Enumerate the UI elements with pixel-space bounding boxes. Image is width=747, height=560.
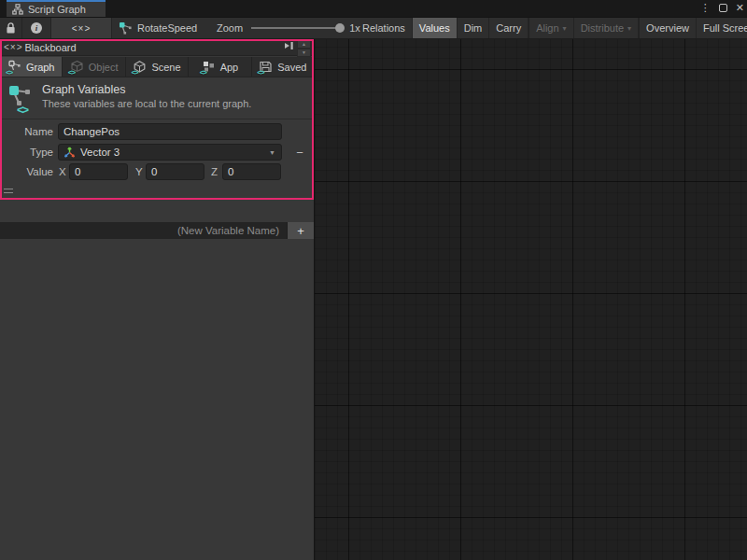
zoom-slider[interactable]	[251, 27, 340, 29]
type-dropdown[interactable]: Vector 3 ▼	[58, 144, 282, 161]
z-value-input[interactable]	[222, 163, 281, 180]
lock-button[interactable]	[0, 18, 22, 38]
maximize-icon[interactable]	[719, 4, 727, 12]
fullscreen-button[interactable]: Full Screen	[697, 18, 747, 38]
blackboard-panel: <×> Blackboard ▲ ▼ <> Graph	[0, 39, 314, 560]
carry-button[interactable]: Carry	[489, 18, 529, 38]
angle-tag-icon: <>	[200, 69, 206, 77]
node-icon	[119, 21, 132, 35]
type-row: Type Vector 3 ▼ −	[0, 144, 314, 161]
graph-breadcrumb[interactable]: RotateSpeed	[119, 18, 197, 38]
blackboard-title: Blackboard	[25, 42, 77, 53]
values-button[interactable]: Values	[413, 18, 458, 38]
kebab-menu-icon[interactable]: ⋮	[700, 0, 711, 15]
z-label: Z	[211, 163, 218, 180]
align-button[interactable]: Align ▾	[529, 18, 573, 38]
type-label: Type	[0, 144, 53, 161]
variables-badge-icon: <×>	[72, 23, 92, 34]
graph-variables-section-header: <> Graph Variables These variables are l…	[0, 78, 314, 119]
name-row: Name	[0, 123, 314, 140]
dropdown-arrow-icon: ▾	[563, 24, 567, 33]
window-controls: ⋮ ✕	[700, 0, 744, 15]
tab-app[interactable]: <> App	[189, 57, 251, 77]
graph-canvas[interactable]	[314, 39, 747, 560]
value-row: Value X Y Z	[0, 163, 314, 180]
breadcrumb-label: RotateSpeed	[137, 22, 197, 34]
scroll-down-icon[interactable]: ▼	[297, 49, 311, 58]
header-scrollers: ▲ ▼	[297, 39, 311, 57]
toolbar-toggles: Relations Values Dim Carry Align ▾ Distr…	[356, 18, 747, 38]
drag-handle-icon[interactable]	[4, 189, 13, 193]
info-icon: i	[31, 22, 42, 34]
relations-button[interactable]: Relations	[356, 18, 413, 38]
blackboard-tabs: <> Graph <> Object <> Scene	[0, 57, 314, 77]
add-variable-button[interactable]: +	[287, 222, 314, 239]
dock-icon[interactable]	[284, 41, 295, 50]
blackboard-header[interactable]: <×> Blackboard ▲ ▼	[0, 39, 314, 56]
window-tab-bar: Script Graph ⋮ ✕	[0, 0, 747, 17]
tab-graph[interactable]: <> Graph	[0, 57, 63, 77]
tab-script-graph[interactable]: Script Graph	[7, 0, 106, 17]
distribute-button[interactable]: Distribute ▾	[574, 18, 639, 38]
angle-tag-icon: <>	[6, 69, 12, 77]
variable-entry: Name Type Vector 3 ▼ − Value X Y Z	[0, 119, 314, 222]
scroll-up-icon[interactable]: ▲	[297, 39, 311, 49]
dropdown-arrow-icon: ▾	[627, 24, 631, 33]
dim-button[interactable]: Dim	[458, 18, 490, 38]
value-label: Value	[0, 163, 53, 180]
graph-toolbar: i <×> RotateSpeed Zoom 1x Relations Valu…	[0, 17, 747, 39]
y-value-input[interactable]	[146, 163, 204, 180]
type-value: Vector 3	[80, 147, 120, 158]
blackboard-icon: <×>	[4, 42, 23, 52]
overview-button[interactable]: Overview	[640, 18, 697, 38]
vector3-icon	[63, 147, 76, 159]
tab-saved[interactable]: <> Saved	[252, 57, 314, 77]
zoom-label: Zoom	[217, 22, 243, 34]
new-variable-input[interactable]	[0, 222, 287, 239]
section-title: Graph Variables	[42, 83, 125, 96]
variable-name-input[interactable]	[58, 123, 282, 140]
tab-object[interactable]: <> Object	[63, 57, 125, 77]
name-label: Name	[0, 123, 53, 140]
graph-variables-icon: <>	[7, 84, 35, 114]
lock-icon	[6, 22, 16, 35]
angle-tag-icon: <>	[68, 69, 75, 77]
script-graph-icon	[12, 4, 23, 15]
angle-tag-icon: <>	[257, 69, 263, 77]
close-icon[interactable]: ✕	[736, 0, 744, 15]
select-arrow-icon: ▼	[269, 149, 275, 156]
tab-title: Script Graph	[28, 4, 86, 15]
x-value-input[interactable]	[69, 163, 128, 180]
y-label: Y	[135, 163, 143, 180]
section-description: These variables are local to the current…	[42, 98, 251, 109]
info-button[interactable]: i	[22, 18, 51, 38]
zoom-slider-handle[interactable]	[335, 23, 345, 33]
x-label: X	[59, 163, 66, 180]
tab-scene[interactable]: <> Scene	[126, 57, 189, 77]
zoom-control: Zoom 1x	[217, 18, 360, 38]
angle-tag-icon: <>	[131, 69, 137, 77]
new-variable-row: +	[0, 222, 314, 239]
remove-variable-button[interactable]: −	[291, 145, 308, 160]
variables-toggle-button[interactable]: <×>	[51, 18, 112, 38]
